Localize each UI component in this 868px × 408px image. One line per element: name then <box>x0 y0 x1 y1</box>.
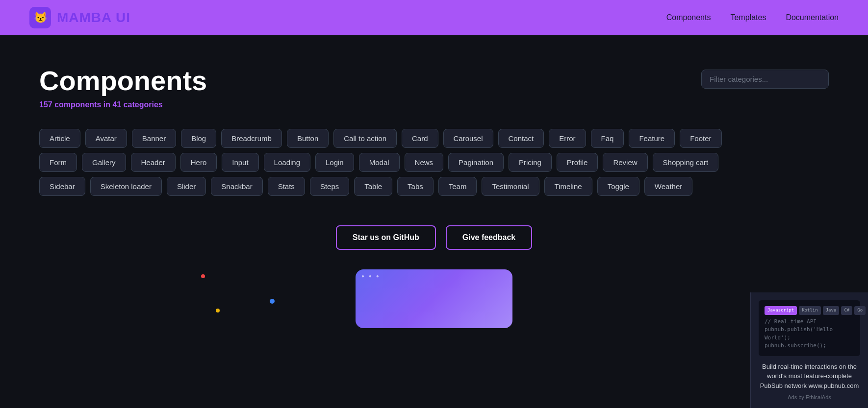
category-tag-feature[interactable]: Feature <box>629 129 675 148</box>
category-tag-pagination[interactable]: Pagination <box>448 153 504 172</box>
category-tag-faq[interactable]: Faq <box>591 129 624 148</box>
cta-container: Star us on GitHub Give feedback <box>39 225 829 250</box>
ad-tab-c#[interactable]: C# <box>841 306 852 315</box>
category-tag-sidebar[interactable]: Sidebar <box>39 177 85 196</box>
brand-link[interactable]: 😾 MAMBA UI <box>29 7 130 28</box>
category-tag-loading[interactable]: Loading <box>264 153 310 172</box>
category-tag-modal[interactable]: Modal <box>359 153 400 172</box>
nav-components[interactable]: Components <box>666 13 711 22</box>
category-tag-card[interactable]: Card <box>402 129 438 148</box>
category-tag-avatar[interactable]: Avatar <box>85 129 127 148</box>
page-subtitle: 157 components in 41 categories <box>39 100 829 109</box>
feedback-button[interactable]: Give feedback <box>446 225 533 250</box>
nav-menu: Components Templates Documentation <box>666 13 839 22</box>
ad-code-line: // Real-time API <box>765 318 854 326</box>
category-tag-error[interactable]: Error <box>549 129 586 148</box>
ad-code-line: pubnub.subscribe(); <box>765 342 854 350</box>
ad-code-body: // Real-time APIpubnub.publish('Hello Wo… <box>765 318 854 350</box>
category-tag-toggle[interactable]: Toggle <box>597 177 639 196</box>
category-tag-blog[interactable]: Blog <box>181 129 216 148</box>
preview-window <box>356 269 512 328</box>
category-tag-footer[interactable]: Footer <box>680 129 721 148</box>
decorative-dot-red <box>201 274 205 278</box>
logo-icon: 😾 <box>29 7 51 28</box>
category-tag-gallery[interactable]: Gallery <box>82 153 126 172</box>
ad-code-tabs: JavascriptKotlinJavaC#Go <box>765 306 854 315</box>
category-tag-banner[interactable]: Banner <box>132 129 176 148</box>
category-tag-pricing[interactable]: Pricing <box>509 153 552 172</box>
navbar: 😾 MAMBA UI Components Templates Document… <box>0 0 868 35</box>
category-tag-timeline[interactable]: Timeline <box>544 177 592 196</box>
category-tag-weather[interactable]: Weather <box>644 177 692 196</box>
category-tag-profile[interactable]: Profile <box>557 153 598 172</box>
decorative-dot-yellow <box>216 309 220 312</box>
category-tag-login[interactable]: Login <box>315 153 354 172</box>
category-tag-breadcrumb[interactable]: Breadcrumb <box>221 129 282 148</box>
category-tag-slider[interactable]: Slider <box>167 177 206 196</box>
decorative-dot-blue <box>270 299 275 304</box>
category-tag-skeleton-loader[interactable]: Skeleton loader <box>90 177 162 196</box>
category-tag-review[interactable]: Review <box>603 153 647 172</box>
ad-footer: Ads by EthicalAds <box>759 394 860 400</box>
filter-container <box>701 70 829 89</box>
category-tag-input[interactable]: Input <box>222 153 258 172</box>
ad-code-preview: JavascriptKotlinJavaC#Go // Real-time AP… <box>759 300 860 356</box>
nav-templates[interactable]: Templates <box>730 13 766 22</box>
ad-tab-kotlin[interactable]: Kotlin <box>799 306 821 315</box>
category-tag-steps[interactable]: Steps <box>310 177 349 196</box>
category-tag-contact[interactable]: Contact <box>498 129 544 148</box>
category-tag-hero[interactable]: Hero <box>180 153 217 172</box>
filter-input[interactable] <box>701 70 829 89</box>
category-tag-header[interactable]: Header <box>131 153 176 172</box>
categories-container: ArticleAvatarBannerBlogBreadcrumbButtonC… <box>39 129 726 196</box>
ad-panel: JavascriptKotlinJavaC#Go // Real-time AP… <box>750 292 868 408</box>
category-tag-tabs[interactable]: Tabs <box>397 177 434 196</box>
category-tag-testimonial[interactable]: Testimonial <box>482 177 539 196</box>
ad-tab-go[interactable]: Go <box>854 306 866 315</box>
ad-tab-javascript[interactable]: Javascript <box>765 306 797 315</box>
brand-name: MAMBA UI <box>57 10 130 25</box>
category-tag-shopping-cart[interactable]: Shopping cart <box>653 153 719 172</box>
nav-documentation[interactable]: Documentation <box>786 13 839 22</box>
category-tag-article[interactable]: Article <box>39 129 80 148</box>
category-tag-form[interactable]: Form <box>39 153 77 172</box>
preview-section <box>39 269 829 328</box>
category-tag-news[interactable]: News <box>405 153 444 172</box>
category-tag-button[interactable]: Button <box>287 129 329 148</box>
category-tag-stats[interactable]: Stats <box>268 177 305 196</box>
category-tag-table[interactable]: Table <box>354 177 392 196</box>
category-tag-carousel[interactable]: Carousel <box>443 129 493 148</box>
ad-tab-java[interactable]: Java <box>823 306 840 315</box>
main-content: Components 157 components in 41 categori… <box>0 35 868 348</box>
category-tag-call-to-action[interactable]: Call to action <box>333 129 397 148</box>
github-button[interactable]: Star us on GitHub <box>336 225 436 250</box>
category-tag-snackbar[interactable]: Snackbar <box>211 177 262 196</box>
ad-code-line: pubnub.publish('Hello World'); <box>765 326 854 342</box>
ad-description: Build real-time interactions on the worl… <box>759 362 860 391</box>
category-tag-team[interactable]: Team <box>438 177 477 196</box>
